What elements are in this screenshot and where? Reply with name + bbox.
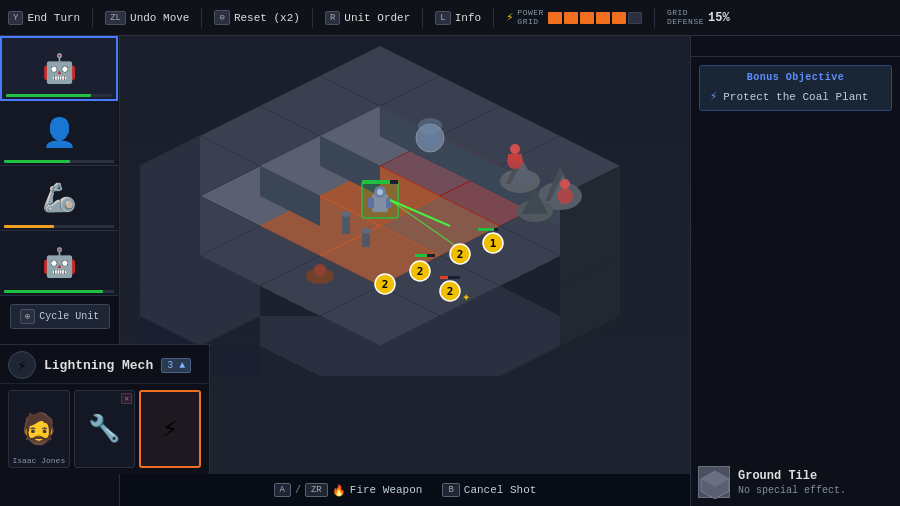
power-bar-5 [612,12,626,24]
svg-point-65 [377,189,383,195]
tile-icon [698,466,730,498]
svg-rect-89 [440,276,448,279]
power-grid-label2: GRID [517,18,544,27]
weapon-icon: ⚡ [162,413,178,445]
cycle-key: ⊕ [20,309,35,324]
fire-weapon-action[interactable]: A / ZR 🔥 Fire Weapon [274,483,423,497]
fire-key-zr[interactable]: ZR [305,483,328,497]
tile-info: Ground Tile No special effect. [738,469,892,496]
card-x-badge: ✕ [121,393,132,404]
undo-label: Undo Move [130,12,189,24]
bonus-objective-label: Protect the Coal Plant [723,91,868,103]
unit-portrait-3[interactable]: 🦾 [0,166,118,231]
cancel-shot-label: Cancel Shot [464,484,537,496]
unit-portrait-2[interactable]: 👤 [0,101,118,166]
unit-card-weapon[interactable]: ⚡ [139,390,201,468]
unit-hp-fill-3 [4,225,54,228]
tile-svg [699,467,731,499]
unit-sprite-1: 🤖 [42,52,77,86]
svg-text:2: 2 [457,248,464,261]
reset-button[interactable]: ⊖ Reset (x2) [214,10,299,25]
svg-rect-57 [508,154,522,162]
unit-info-row: ⚡ Lightning Mech 3 ▲ [0,345,209,384]
bottom-action-bar: A / ZR 🔥 Fire Weapon B Cancel Shot [120,474,690,506]
unit-order-key: R [325,11,340,25]
unit-level-num: 3 [167,360,173,371]
cancel-key[interactable]: B [442,483,459,497]
tile-desc: No special effect. [738,485,892,496]
undo-move-button[interactable]: ZL Undo Move [105,11,189,25]
bonus-objective-title: Bonus Objective [710,72,881,83]
cycle-label: Cycle Unit [39,311,99,322]
unit-order-button[interactable]: R Unit Order [325,11,410,25]
power-grid-section: ⚡ POWER GRID [506,9,642,27]
svg-point-93 [341,211,351,217]
svg-text:2: 2 [382,278,389,291]
unit-hp-bar-3 [4,225,114,228]
svg-text:1: 1 [490,237,497,250]
svg-point-72 [418,118,442,134]
unit-hp-fill-1 [6,94,91,97]
hud-divider-3 [312,8,313,28]
power-bar-3 [580,12,594,24]
svg-point-56 [510,144,520,154]
svg-text:2: 2 [417,265,424,278]
fire-key-a[interactable]: A [274,483,291,497]
end-turn-button[interactable]: Y End Turn [8,11,80,25]
unit-portrait-4[interactable]: 🤖 [0,231,118,296]
undo-key: ZL [105,11,126,25]
ground-tile-info: Ground Tile No special effect. [698,466,892,498]
cancel-shot-action[interactable]: B Cancel Shot [442,483,536,497]
right-panel: Victory in 3 turns Bonus Objective ⚡ Pro… [690,0,900,506]
power-lightning-icon: ⚡ [506,10,513,25]
unit-cards-row: 🧔 Isaac Jones 🔧 ✕ ⚡ [0,384,209,474]
end-turn-label: End Turn [27,12,80,24]
unit-hp-bar-4 [4,290,114,293]
unit-icon: ⚡ [18,357,26,374]
info-label: Info [455,12,481,24]
svg-text:2: 2 [447,285,454,298]
power-bars [548,12,642,24]
svg-rect-85 [415,254,427,257]
svg-point-59 [560,179,570,189]
unit-hp-fill-2 [4,160,70,163]
portrait-emoji: 🧔 [20,411,57,448]
unit-level-badge: 3 ▲ [161,358,191,373]
power-grid-labels: POWER GRID [517,9,544,27]
svg-point-91 [314,264,326,276]
grid-defense-section: GRID DEFENSE 15% [667,9,730,27]
unit-small-icon: ⚡ [8,351,36,379]
bottom-panel: ⚡ Lightning Mech 3 ▲ 🧔 Isaac Jones 🔧 ✕ ⚡ [0,344,210,474]
svg-rect-69 [362,180,390,184]
unit-card-tool[interactable]: 🔧 ✕ [74,390,136,468]
end-turn-key: Y [8,11,23,25]
tool-icon: 🔧 [88,413,120,445]
fire-icon: 🔥 [332,484,346,497]
unit-hp-bar-1 [6,94,112,97]
svg-point-95 [361,228,371,234]
bolt-icon: ⚡ [710,89,717,104]
power-bar-1 [548,12,562,24]
unit-hp-bar-2 [4,160,114,163]
unit-name-label: Lightning Mech [44,358,153,373]
cycle-unit-button[interactable]: ⊕ Cycle Unit [10,304,110,329]
power-bar-2 [564,12,578,24]
unit-order-label: Unit Order [344,12,410,24]
unit-sprite-4: 🤖 [42,246,77,280]
grid-defense-label2: DEFENSE [667,18,704,27]
unit-card-portrait[interactable]: 🧔 Isaac Jones [8,390,70,468]
hud-divider-2 [201,8,202,28]
reset-label: Reset (x2) [234,12,300,24]
top-hud: Y End Turn ZL Undo Move ⊖ Reset (x2) R U… [0,0,900,36]
unit-level-icon: ▲ [179,360,185,371]
hud-divider-6 [654,8,655,28]
unit-sprite-3: 🦾 [42,181,77,215]
bonus-objective-box: Bonus Objective ⚡ Protect the Coal Plant [699,65,892,111]
iso-svg: 2 2 ✦ 2 2 1 [120,36,640,376]
info-button[interactable]: L Info [435,11,481,25]
svg-rect-62 [368,198,374,208]
fire-weapon-label: Fire Weapon [350,484,423,496]
unit-sprite-2: 👤 [42,116,77,150]
action-separator: / [295,485,301,496]
unit-portrait-1[interactable]: 🤖 [0,36,118,101]
